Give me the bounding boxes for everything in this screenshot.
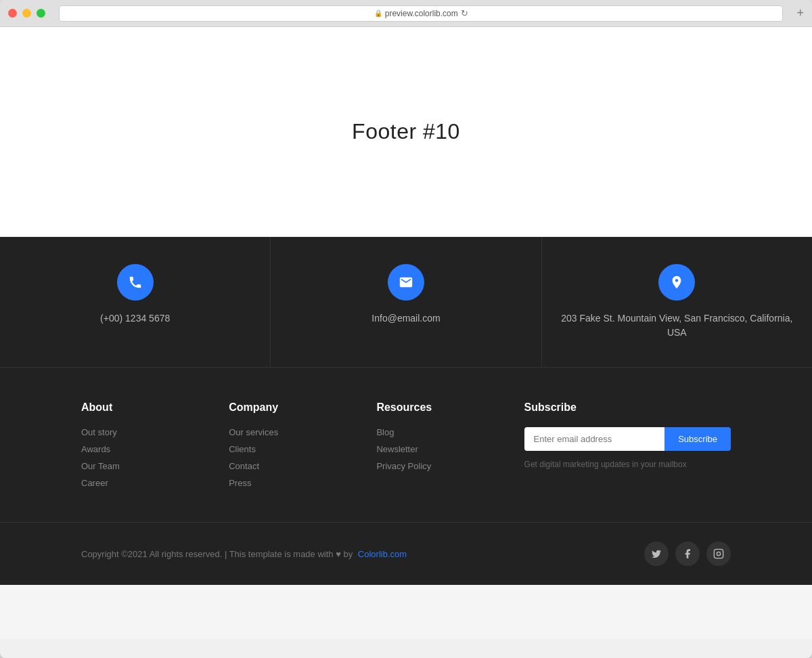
lock-icon: 🔒 — [374, 9, 382, 17]
page-title: Footer #10 — [352, 119, 460, 144]
footer-links-section: About Out story Awards Our Team Career C… — [0, 368, 812, 522]
close-button[interactable] — [8, 9, 17, 18]
facebook-icon[interactable] — [675, 542, 700, 566]
hero-section: Footer #10 — [0, 27, 812, 237]
footer: (+00) 1234 5678 Info@email.com — [0, 237, 812, 585]
email-text: Info@email.com — [371, 311, 440, 326]
footer-col-subscribe: Subscribe Subscribe Get digital marketin… — [524, 401, 731, 495]
footer-col-about: About Out story Awards Our Team Career — [81, 401, 229, 495]
link-our-services[interactable]: Our services — [229, 427, 376, 437]
contact-address: 203 Fake St. Mountain View, San Francisc… — [542, 237, 812, 367]
resources-title: Resources — [376, 401, 524, 414]
instagram-icon[interactable] — [706, 542, 731, 566]
link-awards[interactable]: Awards — [81, 444, 229, 454]
link-our-story[interactable]: Out story — [81, 427, 229, 437]
browser-window: 🔒 preview.colorlib.com ↻ + Footer #10 — [0, 0, 812, 658]
footer-bottom: Copyright ©2021 All rights reserved. | T… — [0, 522, 812, 585]
link-privacy-policy[interactable]: Privacy Policy — [376, 461, 524, 471]
address-bar[interactable]: 🔒 preview.colorlib.com ↻ — [59, 5, 783, 22]
browser-titlebar: 🔒 preview.colorlib.com ↻ + — [0, 0, 812, 27]
copyright-text: Copyright ©2021 All rights reserved. | T… — [81, 549, 407, 559]
colorlib-link[interactable]: Colorlib.com — [358, 549, 407, 559]
about-title: About — [81, 401, 229, 414]
phone-icon — [128, 275, 143, 290]
subscribe-form: Subscribe — [524, 427, 731, 451]
svg-point-1 — [717, 552, 720, 555]
footer-col-resources: Resources Blog Newsletter Privacy Policy — [376, 401, 524, 495]
link-career[interactable]: Career — [81, 478, 229, 488]
subscribe-button[interactable]: Subscribe — [664, 427, 731, 451]
link-blog[interactable]: Blog — [376, 427, 524, 437]
address-text: 203 Fake St. Mountain View, San Francisc… — [556, 311, 798, 340]
social-icons — [644, 542, 731, 566]
contact-phone: (+00) 1234 5678 — [0, 237, 271, 367]
link-our-team[interactable]: Our Team — [81, 461, 229, 471]
link-clients[interactable]: Clients — [229, 444, 376, 454]
below-footer — [0, 585, 812, 639]
email-icon-circle — [388, 264, 424, 301]
link-contact[interactable]: Contact — [229, 461, 376, 471]
url-text: preview.colorlib.com — [385, 9, 458, 18]
subscribe-hint: Get digital marketing updates in your ma… — [524, 460, 687, 469]
svg-point-2 — [721, 551, 721, 552]
location-icon — [669, 275, 684, 290]
refresh-icon[interactable]: ↻ — [461, 8, 468, 18]
location-icon-circle — [658, 264, 695, 301]
footer-col-company: Company Our services Clients Contact Pre… — [229, 401, 376, 495]
phone-text: (+00) 1234 5678 — [100, 311, 170, 326]
link-newsletter[interactable]: Newsletter — [376, 444, 524, 454]
minimize-button[interactable] — [22, 9, 31, 18]
maximize-button[interactable] — [37, 9, 45, 18]
contact-email: Info@email.com — [271, 237, 541, 367]
email-input[interactable] — [524, 427, 665, 451]
phone-icon-circle — [117, 264, 154, 301]
contact-bar: (+00) 1234 5678 Info@email.com — [0, 237, 812, 368]
subscribe-title: Subscribe — [524, 401, 731, 414]
email-icon — [399, 275, 413, 290]
svg-rect-0 — [714, 549, 723, 558]
company-title: Company — [229, 401, 376, 414]
page-content: Footer #10 (+00) 1234 5678 — [0, 27, 812, 639]
link-press[interactable]: Press — [229, 478, 376, 488]
twitter-icon[interactable] — [644, 542, 669, 566]
new-tab-button[interactable]: + — [796, 6, 804, 20]
